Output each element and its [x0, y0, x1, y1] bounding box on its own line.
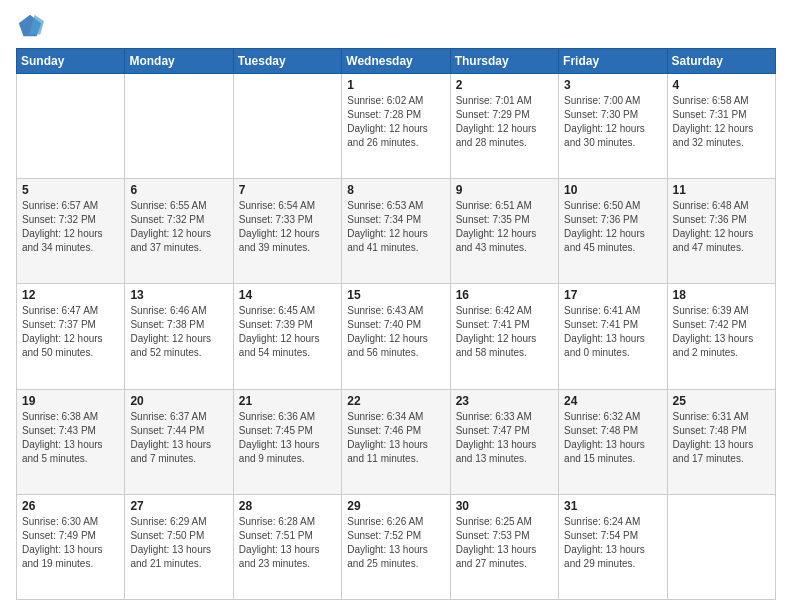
day-number: 1 — [347, 78, 444, 92]
table-row: 2 Sunrise: 7:01 AMSunset: 7:29 PMDayligh… — [450, 74, 558, 179]
day-info: Sunrise: 6:37 AMSunset: 7:44 PMDaylight:… — [130, 411, 211, 464]
table-row: 19 Sunrise: 6:38 AMSunset: 7:43 PMDaylig… — [17, 389, 125, 494]
col-header-friday: Friday — [559, 49, 667, 74]
day-info: Sunrise: 6:51 AMSunset: 7:35 PMDaylight:… — [456, 200, 537, 253]
table-row: 10 Sunrise: 6:50 AMSunset: 7:36 PMDaylig… — [559, 179, 667, 284]
day-number: 5 — [22, 183, 119, 197]
day-number: 23 — [456, 394, 553, 408]
day-number: 12 — [22, 288, 119, 302]
table-row: 24 Sunrise: 6:32 AMSunset: 7:48 PMDaylig… — [559, 389, 667, 494]
table-row: 4 Sunrise: 6:58 AMSunset: 7:31 PMDayligh… — [667, 74, 775, 179]
table-row: 28 Sunrise: 6:28 AMSunset: 7:51 PMDaylig… — [233, 494, 341, 599]
day-number: 26 — [22, 499, 119, 513]
day-info: Sunrise: 6:33 AMSunset: 7:47 PMDaylight:… — [456, 411, 537, 464]
day-info: Sunrise: 7:01 AMSunset: 7:29 PMDaylight:… — [456, 95, 537, 148]
table-row: 3 Sunrise: 7:00 AMSunset: 7:30 PMDayligh… — [559, 74, 667, 179]
table-row: 23 Sunrise: 6:33 AMSunset: 7:47 PMDaylig… — [450, 389, 558, 494]
day-info: Sunrise: 6:53 AMSunset: 7:34 PMDaylight:… — [347, 200, 428, 253]
day-info: Sunrise: 6:39 AMSunset: 7:42 PMDaylight:… — [673, 305, 754, 358]
day-number: 20 — [130, 394, 227, 408]
logo — [16, 12, 48, 40]
table-row: 29 Sunrise: 6:26 AMSunset: 7:52 PMDaylig… — [342, 494, 450, 599]
table-row — [233, 74, 341, 179]
table-row — [667, 494, 775, 599]
table-row: 14 Sunrise: 6:45 AMSunset: 7:39 PMDaylig… — [233, 284, 341, 389]
col-header-thursday: Thursday — [450, 49, 558, 74]
header — [16, 12, 776, 40]
day-number: 11 — [673, 183, 770, 197]
day-info: Sunrise: 6:46 AMSunset: 7:38 PMDaylight:… — [130, 305, 211, 358]
table-row: 18 Sunrise: 6:39 AMSunset: 7:42 PMDaylig… — [667, 284, 775, 389]
calendar-table: SundayMondayTuesdayWednesdayThursdayFrid… — [16, 48, 776, 600]
table-row: 16 Sunrise: 6:42 AMSunset: 7:41 PMDaylig… — [450, 284, 558, 389]
day-info: Sunrise: 6:47 AMSunset: 7:37 PMDaylight:… — [22, 305, 103, 358]
table-row: 6 Sunrise: 6:55 AMSunset: 7:32 PMDayligh… — [125, 179, 233, 284]
table-row: 27 Sunrise: 6:29 AMSunset: 7:50 PMDaylig… — [125, 494, 233, 599]
col-header-wednesday: Wednesday — [342, 49, 450, 74]
day-info: Sunrise: 6:54 AMSunset: 7:33 PMDaylight:… — [239, 200, 320, 253]
day-info: Sunrise: 6:26 AMSunset: 7:52 PMDaylight:… — [347, 516, 428, 569]
table-row — [125, 74, 233, 179]
day-info: Sunrise: 6:48 AMSunset: 7:36 PMDaylight:… — [673, 200, 754, 253]
day-number: 15 — [347, 288, 444, 302]
day-info: Sunrise: 6:42 AMSunset: 7:41 PMDaylight:… — [456, 305, 537, 358]
logo-icon — [16, 12, 44, 40]
col-header-sunday: Sunday — [17, 49, 125, 74]
day-number: 10 — [564, 183, 661, 197]
col-header-tuesday: Tuesday — [233, 49, 341, 74]
table-row: 17 Sunrise: 6:41 AMSunset: 7:41 PMDaylig… — [559, 284, 667, 389]
table-row: 11 Sunrise: 6:48 AMSunset: 7:36 PMDaylig… — [667, 179, 775, 284]
day-number: 6 — [130, 183, 227, 197]
day-number: 18 — [673, 288, 770, 302]
day-number: 4 — [673, 78, 770, 92]
day-info: Sunrise: 6:34 AMSunset: 7:46 PMDaylight:… — [347, 411, 428, 464]
table-row: 30 Sunrise: 6:25 AMSunset: 7:53 PMDaylig… — [450, 494, 558, 599]
day-info: Sunrise: 6:50 AMSunset: 7:36 PMDaylight:… — [564, 200, 645, 253]
day-number: 25 — [673, 394, 770, 408]
day-info: Sunrise: 6:28 AMSunset: 7:51 PMDaylight:… — [239, 516, 320, 569]
table-row: 12 Sunrise: 6:47 AMSunset: 7:37 PMDaylig… — [17, 284, 125, 389]
day-info: Sunrise: 6:02 AMSunset: 7:28 PMDaylight:… — [347, 95, 428, 148]
day-number: 8 — [347, 183, 444, 197]
day-info: Sunrise: 6:36 AMSunset: 7:45 PMDaylight:… — [239, 411, 320, 464]
table-row: 5 Sunrise: 6:57 AMSunset: 7:32 PMDayligh… — [17, 179, 125, 284]
col-header-monday: Monday — [125, 49, 233, 74]
day-info: Sunrise: 6:30 AMSunset: 7:49 PMDaylight:… — [22, 516, 103, 569]
day-info: Sunrise: 6:29 AMSunset: 7:50 PMDaylight:… — [130, 516, 211, 569]
day-number: 19 — [22, 394, 119, 408]
table-row: 1 Sunrise: 6:02 AMSunset: 7:28 PMDayligh… — [342, 74, 450, 179]
day-number: 29 — [347, 499, 444, 513]
day-number: 30 — [456, 499, 553, 513]
table-row: 8 Sunrise: 6:53 AMSunset: 7:34 PMDayligh… — [342, 179, 450, 284]
day-info: Sunrise: 6:41 AMSunset: 7:41 PMDaylight:… — [564, 305, 645, 358]
page: SundayMondayTuesdayWednesdayThursdayFrid… — [0, 0, 792, 612]
table-row: 20 Sunrise: 6:37 AMSunset: 7:44 PMDaylig… — [125, 389, 233, 494]
day-info: Sunrise: 6:32 AMSunset: 7:48 PMDaylight:… — [564, 411, 645, 464]
day-number: 17 — [564, 288, 661, 302]
day-number: 7 — [239, 183, 336, 197]
day-info: Sunrise: 6:31 AMSunset: 7:48 PMDaylight:… — [673, 411, 754, 464]
day-number: 22 — [347, 394, 444, 408]
day-info: Sunrise: 6:55 AMSunset: 7:32 PMDaylight:… — [130, 200, 211, 253]
day-number: 13 — [130, 288, 227, 302]
day-info: Sunrise: 6:57 AMSunset: 7:32 PMDaylight:… — [22, 200, 103, 253]
table-row: 15 Sunrise: 6:43 AMSunset: 7:40 PMDaylig… — [342, 284, 450, 389]
col-header-saturday: Saturday — [667, 49, 775, 74]
day-info: Sunrise: 6:25 AMSunset: 7:53 PMDaylight:… — [456, 516, 537, 569]
table-row: 25 Sunrise: 6:31 AMSunset: 7:48 PMDaylig… — [667, 389, 775, 494]
day-info: Sunrise: 6:38 AMSunset: 7:43 PMDaylight:… — [22, 411, 103, 464]
table-row: 26 Sunrise: 6:30 AMSunset: 7:49 PMDaylig… — [17, 494, 125, 599]
table-row: 9 Sunrise: 6:51 AMSunset: 7:35 PMDayligh… — [450, 179, 558, 284]
table-row: 31 Sunrise: 6:24 AMSunset: 7:54 PMDaylig… — [559, 494, 667, 599]
table-row: 22 Sunrise: 6:34 AMSunset: 7:46 PMDaylig… — [342, 389, 450, 494]
day-number: 9 — [456, 183, 553, 197]
day-number: 31 — [564, 499, 661, 513]
table-row: 13 Sunrise: 6:46 AMSunset: 7:38 PMDaylig… — [125, 284, 233, 389]
day-number: 3 — [564, 78, 661, 92]
day-info: Sunrise: 6:24 AMSunset: 7:54 PMDaylight:… — [564, 516, 645, 569]
day-number: 2 — [456, 78, 553, 92]
table-row — [17, 74, 125, 179]
table-row: 21 Sunrise: 6:36 AMSunset: 7:45 PMDaylig… — [233, 389, 341, 494]
day-number: 16 — [456, 288, 553, 302]
day-number: 21 — [239, 394, 336, 408]
